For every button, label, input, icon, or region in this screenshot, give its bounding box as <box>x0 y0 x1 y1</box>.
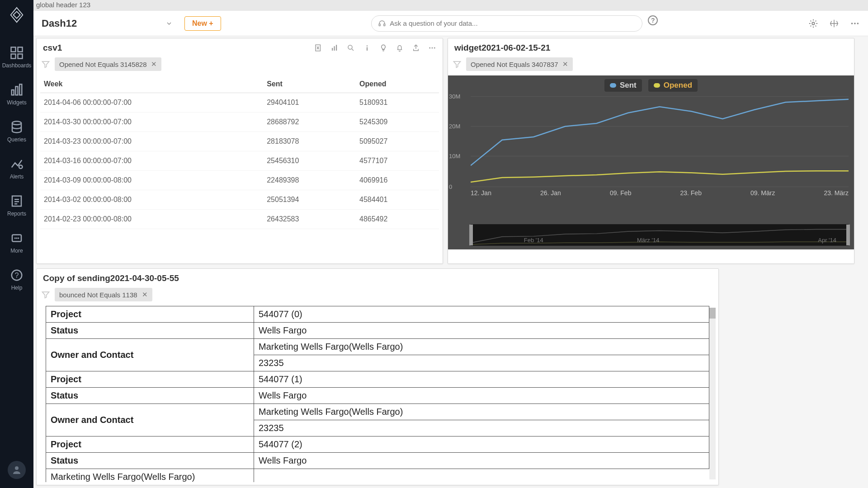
headset-icon <box>378 19 386 28</box>
nav-alerts[interactable]: Alerts <box>10 157 24 180</box>
svg-rect-6 <box>19 84 22 95</box>
y-tick: 0 <box>449 183 452 190</box>
search-button[interactable] <box>347 44 355 52</box>
data-table: Week Sent Opened 2014-04-06 00:00:00-07:… <box>40 75 439 229</box>
chart-legend: Sent Opened <box>448 75 854 95</box>
bell-icon <box>396 44 404 52</box>
app-logo[interactable] <box>7 5 26 24</box>
table-row[interactable]: 2014-03-23 00:00:00-07:00281830785095027 <box>40 132 439 151</box>
filter-icon[interactable] <box>453 60 462 69</box>
table-row: Owner and ContactMarketing Wells Fargo(W… <box>46 404 709 420</box>
legend-opened[interactable]: Opened <box>648 79 698 92</box>
time-brush[interactable]: Feb '14 März '14 Apr '14 <box>471 224 849 246</box>
remove-filter-button[interactable]: ✕ <box>151 60 157 68</box>
cell: 22489398 <box>263 171 356 190</box>
widget-more-button[interactable] <box>428 44 436 52</box>
table-row: Marketing Wells Fargo(Wells Fargo) <box>46 469 709 483</box>
gear-icon <box>808 19 818 28</box>
filter-chip[interactable]: Opened Not Equals 3145828 ✕ <box>55 57 161 71</box>
help-button[interactable]: ? <box>648 15 658 25</box>
col-sent[interactable]: Sent <box>263 75 356 93</box>
table-row[interactable]: 2014-03-30 00:00:00-07:00286887925245309 <box>40 113 439 132</box>
cell: 25051394 <box>263 190 356 210</box>
filter-icon[interactable] <box>41 60 50 69</box>
scrollbar[interactable] <box>709 308 716 479</box>
layout-button[interactable] <box>829 19 839 28</box>
value-cell: Marketing Wells Fargo(Wells Fargo) <box>254 404 709 420</box>
chart-type-button[interactable] <box>330 44 339 52</box>
remove-filter-button[interactable]: ✕ <box>562 60 568 68</box>
x-tick: 09. März <box>750 189 775 197</box>
brush-label: Feb '14 <box>524 237 543 244</box>
svg-point-22 <box>857 23 859 24</box>
legend-sent[interactable]: Sent <box>604 79 642 92</box>
filter-chip[interactable]: Opened Not Equals 3407837 ✕ <box>466 57 573 71</box>
value-cell: Wells Fargo <box>254 388 709 404</box>
detail-table: Project544077 (0)StatusWells FargoOwner … <box>46 306 709 482</box>
filter-text: bounced Not Equals 1138 <box>59 291 137 299</box>
col-opened[interactable]: Opened <box>356 75 439 93</box>
table-row[interactable]: 2014-03-09 00:00:00-08:00224893984069916 <box>40 171 439 190</box>
chart-svg <box>471 96 849 187</box>
nav-widgets[interactable]: Widgets <box>7 83 26 106</box>
nav-label: More <box>10 248 23 254</box>
table-row[interactable]: 2014-04-06 00:00:00-07:00294041015180931 <box>40 93 439 113</box>
user-avatar[interactable] <box>8 461 26 479</box>
table-scroll[interactable]: Week Sent Opened 2014-04-06 00:00:00-07:… <box>37 75 443 243</box>
table-row: StatusWells Fargo <box>46 388 709 404</box>
value-cell: 23235 <box>254 355 709 371</box>
remove-filter-button[interactable]: ✕ <box>142 291 148 299</box>
y-tick: 30M <box>449 93 460 100</box>
cell: 26432583 <box>263 210 356 229</box>
export-button[interactable] <box>314 44 322 52</box>
brush-handle-right[interactable] <box>846 225 850 245</box>
nav-label: Alerts <box>10 174 24 180</box>
nav-more[interactable]: More <box>10 231 24 254</box>
table-row[interactable]: 2014-03-16 00:00:00-07:00254563104577107 <box>40 151 439 171</box>
chart-icon <box>330 44 339 52</box>
alert-button[interactable] <box>396 44 404 52</box>
help-icon: ? <box>10 268 24 282</box>
svg-point-30 <box>429 47 430 49</box>
share-button[interactable] <box>412 44 420 52</box>
settings-button[interactable] <box>808 19 818 28</box>
idea-button[interactable] <box>379 44 387 52</box>
global-header: global header 123 <box>0 0 868 11</box>
nav-dashboards[interactable]: Dashboards <box>2 46 32 69</box>
value-cell: Marketing Wells Fargo(Wells Fargo) <box>254 339 709 355</box>
table-row[interactable]: 2014-03-02 00:00:00-08:00250513944584401 <box>40 190 439 210</box>
filter-chip[interactable]: bounced Not Equals 1138 ✕ <box>55 288 152 301</box>
dashboard-selector[interactable]: Dash12 <box>42 18 173 29</box>
svg-rect-1 <box>18 47 23 52</box>
table-row[interactable]: 2014-02-23 00:00:00-08:00264325834865492 <box>40 210 439 229</box>
cell: 28183078 <box>263 132 356 151</box>
x-axis-labels: 12. Jan 26. Jan 09. Feb 23. Feb 09. März… <box>471 189 849 197</box>
svg-point-11 <box>14 237 16 239</box>
nav-help[interactable]: ? Help <box>10 268 24 291</box>
nav-label: Dashboards <box>2 62 32 69</box>
cell: 28688792 <box>263 113 356 132</box>
chart-plot[interactable]: 30M 20M 10M 0 <box>471 96 849 187</box>
more-button[interactable] <box>850 19 860 28</box>
svg-point-32 <box>434 47 435 49</box>
nav-reports[interactable]: Reports <box>7 194 26 217</box>
svg-point-12 <box>16 237 17 239</box>
cell: 4584401 <box>356 190 439 210</box>
y-tick: 20M <box>449 123 460 130</box>
cell: 2014-02-23 00:00:00-08:00 <box>40 210 263 229</box>
scroll-thumb[interactable] <box>709 308 716 319</box>
export-icon <box>314 44 322 52</box>
col-week[interactable]: Week <box>40 75 263 93</box>
table-row: StatusWells Fargo <box>46 323 709 339</box>
brush-handle-left[interactable] <box>469 225 473 245</box>
nav-queries[interactable]: Queries <box>7 120 26 143</box>
filter-icon[interactable] <box>41 290 50 299</box>
cell: 5245309 <box>356 113 439 132</box>
detail-scroll[interactable]: Project544077 (0)StatusWells FargoOwner … <box>37 306 718 482</box>
brush-label: März '14 <box>637 237 659 244</box>
new-button[interactable]: New + <box>184 16 221 31</box>
ask-input[interactable] <box>390 19 636 27</box>
info-button[interactable] <box>363 44 371 52</box>
ask-search-box[interactable] <box>371 15 642 32</box>
nav-label: Queries <box>7 136 26 143</box>
